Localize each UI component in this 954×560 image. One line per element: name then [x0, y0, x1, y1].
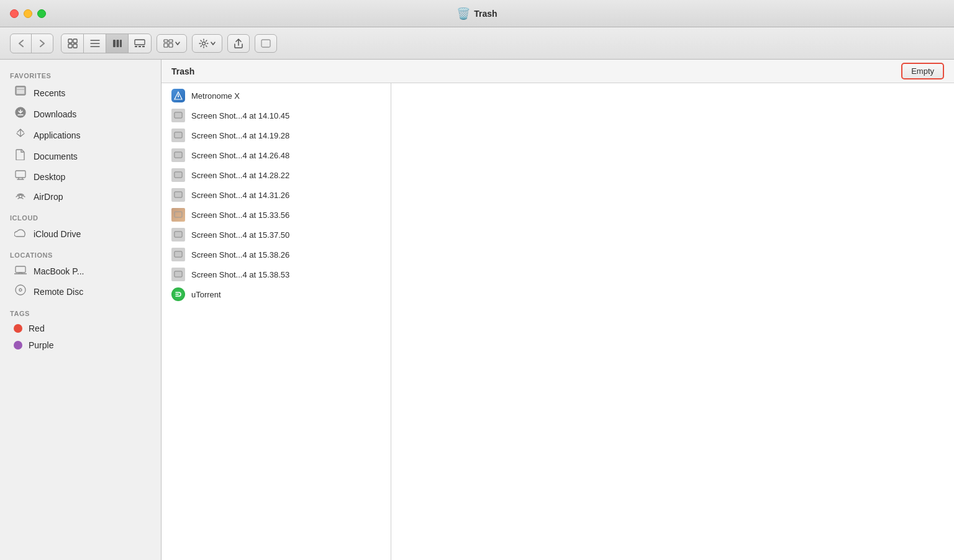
empty-button[interactable]: Empty — [901, 63, 944, 79]
svg-rect-30 — [16, 266, 25, 273]
svg-rect-41 — [175, 153, 181, 157]
minimize-button[interactable] — [24, 9, 32, 18]
action-dropdown-button[interactable] — [192, 34, 222, 53]
svg-rect-52 — [175, 272, 181, 276]
svg-rect-3 — [73, 44, 77, 48]
red-label: Red — [29, 323, 45, 333]
svg-rect-10 — [135, 40, 145, 45]
svg-rect-0 — [68, 39, 72, 43]
sidebar-item-recents[interactable]: Recents — [4, 83, 157, 103]
toolbar — [0, 27, 954, 60]
svg-point-18 — [202, 42, 206, 45]
file-item-screenshot-4[interactable]: Screen Shot...4 at 14.28.22 — [161, 165, 391, 185]
tags-section-header: Tags — [0, 302, 161, 320]
back-button[interactable] — [11, 34, 32, 53]
svg-rect-37 — [175, 113, 181, 117]
view-list-button[interactable] — [84, 34, 106, 53]
favorites-section-header: Favorites — [0, 65, 161, 82]
file-name: Screen Shot...4 at 15.38.26 — [191, 250, 289, 260]
preview-pane — [391, 83, 954, 560]
sidebar-item-desktop[interactable]: Desktop — [4, 167, 157, 186]
file-item-screenshot-1[interactable]: Screen Shot...4 at 14.10.45 — [161, 106, 391, 125]
file-item-metronome-x[interactable]: Metronome X — [161, 86, 391, 106]
svg-rect-46 — [175, 212, 182, 217]
screenshot-icon-6 — [171, 208, 185, 222]
macbook-icon — [14, 265, 27, 278]
file-item-screenshot-3[interactable]: Screen Shot...4 at 14.26.48 — [161, 145, 391, 165]
macbook-label: MacBook P... — [34, 266, 84, 276]
red-tag-dot — [14, 324, 22, 333]
svg-rect-13 — [142, 46, 145, 47]
gear-chevron-icon — [211, 42, 216, 45]
sidebar-item-downloads[interactable]: Downloads — [4, 104, 157, 124]
columns-wrapper: Metronome X Screen Shot...4 at 14.10.45 — [161, 83, 954, 560]
screenshot-icon-1 — [171, 109, 185, 122]
file-name: Screen Shot...4 at 14.31.26 — [191, 191, 289, 200]
title-bar: 🗑️ Trash — [0, 0, 954, 27]
file-item-screenshot-2[interactable]: Screen Shot...4 at 14.19.28 — [161, 125, 391, 145]
file-item-screenshot-7[interactable]: Screen Shot...4 at 15.37.50 — [161, 225, 391, 245]
svg-rect-21 — [17, 88, 24, 94]
window-title-area: 🗑️ Trash — [457, 7, 497, 20]
file-name: Screen Shot...4 at 15.33.56 — [191, 210, 289, 220]
recents-label: Recents — [34, 88, 65, 98]
screenshot-icon-4 — [171, 168, 185, 182]
maximize-button[interactable] — [37, 9, 46, 18]
svg-rect-45 — [175, 192, 181, 197]
screenshot-icon-7 — [171, 228, 185, 242]
view-icon-button[interactable] — [61, 34, 84, 53]
svg-rect-19 — [261, 40, 270, 47]
file-item-screenshot-8[interactable]: Screen Shot...4 at 15.38.26 — [161, 245, 391, 264]
svg-rect-16 — [164, 43, 168, 47]
sidebar-item-airdrop[interactable]: AirDrop — [4, 187, 157, 206]
group-dropdown-button[interactable] — [157, 34, 187, 53]
icloud-section-header: iCloud — [0, 207, 161, 224]
desktop-label: Desktop — [34, 172, 65, 182]
share-button[interactable] — [227, 34, 250, 53]
view-button-group — [61, 34, 152, 53]
trash-icon: 🗑️ — [457, 7, 470, 20]
file-item-screenshot-6[interactable]: Screen Shot...4 at 15.33.56 — [161, 205, 391, 225]
svg-rect-48 — [175, 232, 181, 237]
sidebar-item-purple[interactable]: Purple — [4, 337, 157, 353]
sidebar-item-icloud-drive[interactable]: iCloud Drive — [4, 225, 157, 243]
remote-disc-label: Remote Disc — [34, 287, 83, 297]
svg-rect-9 — [120, 40, 122, 47]
window-title: Trash — [474, 9, 497, 19]
sidebar-item-red[interactable]: Red — [4, 320, 157, 336]
file-item-screenshot-9[interactable]: Screen Shot...4 at 15.38.53 — [161, 264, 391, 284]
svg-rect-1 — [73, 39, 77, 43]
documents-icon — [14, 149, 27, 163]
recents-icon — [14, 86, 27, 100]
finder-body: Favorites Recents Downloads Applications… — [0, 60, 954, 560]
svg-rect-50 — [175, 252, 181, 256]
icloud-drive-label: iCloud Drive — [34, 229, 81, 239]
metronome-icon — [171, 89, 185, 102]
forward-button[interactable] — [32, 34, 53, 53]
svg-point-31 — [16, 285, 25, 295]
screenshot-icon-2 — [171, 129, 185, 142]
view-columns-button[interactable] — [106, 34, 129, 53]
file-item-screenshot-5[interactable]: Screen Shot...4 at 14.31.26 — [161, 185, 391, 205]
applications-label: Applications — [34, 130, 81, 140]
content-area: Trash Empty Metronome X — [161, 60, 954, 560]
sidebar-item-macbook[interactable]: MacBook P... — [4, 262, 157, 281]
content-header: Trash Empty — [161, 60, 954, 83]
svg-rect-8 — [116, 40, 119, 47]
view-gallery-button[interactable] — [129, 34, 151, 53]
applications-icon — [14, 128, 27, 142]
sidebar-item-remote-disc[interactable]: Remote Disc — [4, 281, 157, 302]
file-item-utorrent[interactable]: uTorrent — [161, 284, 391, 304]
file-list: Metronome X Screen Shot...4 at 14.10.45 — [161, 83, 391, 307]
svg-rect-39 — [175, 133, 181, 137]
sidebar-item-documents[interactable]: Documents — [4, 146, 157, 166]
tags-button[interactable] — [255, 34, 277, 53]
file-name: Screen Shot...4 at 15.38.53 — [191, 270, 289, 279]
screenshot-icon-8 — [171, 248, 185, 261]
airdrop-icon — [14, 190, 27, 203]
file-name: Screen Shot...4 at 14.26.48 — [191, 151, 289, 160]
content-title: Trash — [171, 66, 194, 76]
sidebar-item-applications[interactable]: Applications — [4, 125, 157, 145]
file-list-column: Metronome X Screen Shot...4 at 14.10.45 — [161, 83, 391, 560]
close-button[interactable] — [10, 9, 19, 18]
